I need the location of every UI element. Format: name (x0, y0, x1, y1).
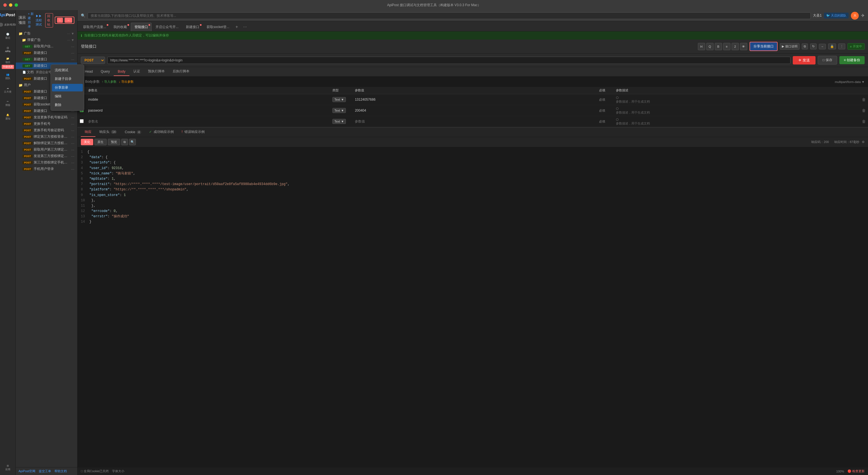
import-params-button[interactable]: ↑ 导入参数 (102, 80, 117, 84)
refresh-button[interactable]: ↻ (810, 43, 817, 49)
param-del-1[interactable]: 🗑 (862, 108, 866, 113)
format-beautify[interactable]: 美化 (81, 139, 93, 145)
u4-more[interactable]: ··· (71, 115, 74, 120)
response-tab-2[interactable]: Cookie 4 (121, 128, 145, 137)
param-del-0[interactable]: 🗑 (862, 97, 866, 102)
param-desc-2[interactable] (616, 122, 857, 125)
submit-ticket-link[interactable]: 提交工单 (39, 469, 51, 473)
tab-3[interactable]: 开启公众号开... (152, 23, 182, 31)
tree-item-1[interactable]: POST 新建接口 ··· (16, 49, 77, 56)
tab-5[interactable]: 获取socket登... (203, 23, 233, 31)
search-response-button[interactable]: 🔍 (129, 139, 136, 145)
u12-more[interactable]: ··· (71, 167, 74, 171)
num-button[interactable]: 2 (732, 43, 739, 50)
u5-more[interactable]: ··· (71, 122, 74, 126)
method-select[interactable]: POST GET PUT DELETE (81, 57, 105, 64)
user-item-6[interactable]: POST 更换手机号验证密码 ··· (16, 127, 77, 133)
copy-button[interactable]: ⧉ (802, 43, 808, 49)
item-more-icon-2[interactable]: ··· (71, 57, 74, 62)
tab-2[interactable]: 登陆接口 (131, 23, 152, 31)
param-desc-1[interactable] (616, 111, 857, 114)
user-item-8[interactable]: POST 解除绑定第三方授权登录信息 ··· (16, 140, 77, 146)
flow-test-button[interactable]: ▶▶ 流程测试 (36, 14, 43, 27)
close-button[interactable] (3, 3, 7, 7)
b-button[interactable]: B (715, 43, 722, 50)
tree-item-0[interactable]: GET 获取用户信... ··· (16, 43, 77, 49)
user-item-4[interactable]: POST 发送更换手机号验证码 ··· (16, 114, 77, 121)
response-tab-0[interactable]: 响应 (81, 128, 95, 137)
param-name-0[interactable] (88, 98, 328, 102)
u8-more[interactable]: ··· (71, 141, 74, 145)
interface-doc-button[interactable]: ▶ 接口说明 (780, 43, 800, 49)
format-preview[interactable]: 预览 (108, 139, 120, 145)
q-button[interactable]: Q (706, 43, 714, 50)
ctx-edit[interactable]: 编辑 (51, 92, 84, 101)
user-item-11[interactable]: POST 第三方授权绑定手机验验... ··· (16, 159, 77, 166)
sidebar-item-apis[interactable]: ⟨⟩ APIs (2, 43, 14, 56)
u6-more[interactable]: ··· (71, 128, 74, 133)
sidebar-item-apps[interactable]: ⊞ 应用 (2, 462, 14, 474)
param-del-2[interactable]: 🗑 (862, 119, 866, 124)
send-button[interactable]: ✈ 发送 (793, 56, 815, 65)
user-item-5[interactable]: POST 更换手机号 ··· (16, 121, 77, 127)
ctx-share-dir[interactable]: 分享目录 (52, 84, 83, 92)
u11-more[interactable]: ··· (71, 160, 74, 165)
param-name-2[interactable] (88, 120, 328, 123)
tab-0[interactable]: 获取用户流量... (80, 23, 110, 31)
create-backup-button[interactable]: ≡ 创建备份 (839, 56, 865, 64)
export-params-button[interactable]: ↓ 导出参数 (119, 80, 134, 84)
new-dir-button[interactable]: + 新建目录 (28, 12, 34, 29)
forward-button[interactable]: → (65, 18, 72, 23)
sidebar-item-recent[interactable]: 🕐 最近 (2, 30, 14, 42)
more-options-button[interactable]: ⋮ (838, 43, 845, 49)
item-more-icon[interactable]: ··· (71, 44, 74, 49)
lock-button[interactable]: 🔒 (828, 43, 836, 49)
response-tab-4[interactable]: ! 错误响应示例 (178, 128, 209, 137)
help-docs-link[interactable]: 帮助文档 (55, 469, 67, 473)
user-item-10[interactable]: POST 发送第三方授权绑定手机验... ··· (16, 153, 77, 159)
sidebar-item-team[interactable]: 👥 团队 (2, 70, 14, 83)
folder-popup-ads[interactable]: 📁 弹窗广告 ··· ▼ (16, 37, 77, 43)
subtab-post-script[interactable]: 后执行脚本 (169, 67, 193, 76)
minimize-button[interactable] (9, 3, 12, 7)
subtab-auth[interactable]: 认证 (129, 67, 144, 76)
tree-item-2[interactable]: GET 新建接口 ··· (16, 56, 77, 63)
param-type-0[interactable]: Text ▼ (332, 97, 346, 102)
sidebar-item-cloud[interactable]: ☁ 云大使 (2, 84, 14, 96)
param-value-0[interactable] (355, 98, 595, 102)
u9-more[interactable]: ··· (71, 147, 74, 152)
folder-more-icon[interactable]: ··· (67, 32, 70, 36)
format-raw[interactable]: 原生 (94, 139, 107, 145)
send-icon[interactable]: ✈ (861, 13, 865, 18)
share-button[interactable]: ↑ (57, 18, 63, 23)
sidebar-item-notify[interactable]: 🔔 通知 (2, 111, 14, 123)
recycle-button[interactable]: 回收站 (45, 13, 53, 28)
more-tabs-button[interactable]: ··· (241, 23, 249, 31)
user-item-9[interactable]: POST 获取用户第三方绑定信息 ··· (16, 146, 77, 153)
share-dir-button[interactable]: → (819, 44, 826, 49)
param-value-2[interactable] (355, 120, 595, 123)
sidebar-item-blog[interactable]: ✏ 博客 (2, 97, 14, 110)
share-popup[interactable]: 分享当前接口 (749, 42, 778, 51)
dev-status-button[interactable]: ≡ 开发中 (847, 43, 865, 49)
response-tab-1[interactable]: 响应头 14 (95, 128, 121, 137)
save-button[interactable]: □ 保存 (818, 56, 837, 65)
param-type-2[interactable]: Text ▼ (332, 119, 346, 124)
subtab-query[interactable]: Query (97, 68, 114, 76)
param-check-2[interactable] (80, 119, 84, 123)
ctx-delete[interactable]: 删除 (51, 101, 84, 109)
user-item-12[interactable]: POST 手机用户登录 ··· (16, 166, 77, 172)
check-update-button[interactable]: 🔴 检查更新 (847, 469, 865, 473)
eye-button[interactable]: 👁 (740, 43, 747, 50)
settings-icon[interactable]: ⚙ (862, 140, 865, 143)
format-button[interactable]: ≡ (723, 43, 731, 50)
maximize-button[interactable] (14, 3, 18, 7)
u7-more[interactable]: ··· (71, 135, 74, 139)
copy-response-button[interactable]: ⧉ (121, 139, 128, 145)
param-name-1[interactable] (88, 108, 328, 112)
subtab-body[interactable]: Body (114, 68, 129, 76)
team-button[interactable]: 🐦 天启的团队 (824, 12, 849, 19)
folder-ads[interactable]: 📁 广告 ··· ▼ (16, 30, 77, 37)
param-desc-0[interactable] (616, 100, 857, 103)
ctx-new-subdir[interactable]: 新建子目录 (51, 75, 84, 83)
